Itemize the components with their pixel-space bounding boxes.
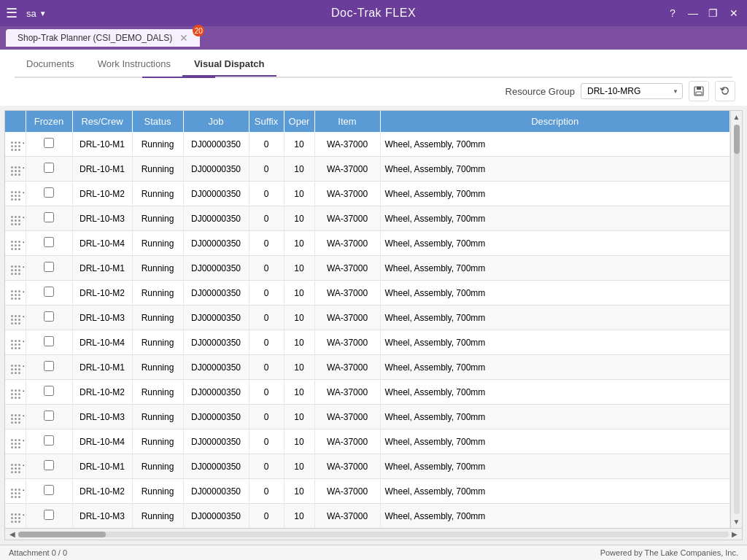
table-row[interactable]: DRL-10-M2RunningDJ00000350010WA-37000Whe… xyxy=(5,281,730,306)
table-row[interactable]: DRL-10-M4RunningDJ00000350010WA-37000Whe… xyxy=(5,330,730,355)
frozen-cell[interactable] xyxy=(26,479,72,504)
frozen-checkbox[interactable] xyxy=(44,311,54,322)
drag-handle-cell[interactable] xyxy=(5,281,26,306)
frozen-cell[interactable] xyxy=(26,231,72,256)
scroll-up-arrow[interactable]: ▲ xyxy=(733,111,740,123)
frozen-checkbox[interactable] xyxy=(44,262,54,272)
scroll-down-arrow[interactable]: ▼ xyxy=(733,516,740,528)
tab-work-instructions[interactable]: Work Instructions xyxy=(86,52,182,77)
description-cell: Wheel, Assembly, 700mm xyxy=(380,454,730,479)
frozen-cell[interactable] xyxy=(26,206,72,231)
frozen-checkbox[interactable] xyxy=(44,212,54,222)
maximize-button[interactable]: ❐ xyxy=(706,7,721,19)
frozen-cell[interactable] xyxy=(26,454,72,479)
table-row[interactable]: DRL-10-M4RunningDJ00000350010WA-37000Whe… xyxy=(5,231,730,256)
job-cell: DJ00000350 xyxy=(183,281,249,306)
scroll-right-arrow[interactable]: ▶ xyxy=(729,530,740,538)
minimize-button[interactable]: — xyxy=(686,7,700,19)
frozen-cell[interactable] xyxy=(26,182,72,206)
drag-handle-cell[interactable] xyxy=(5,405,26,429)
resource-group-label: Resource Group xyxy=(506,86,575,97)
tab-visual-dispatch[interactable]: Visual Dispatch xyxy=(182,52,276,77)
tab-documents[interactable]: Documents xyxy=(15,52,86,77)
frozen-checkbox[interactable] xyxy=(44,187,54,198)
frozen-checkbox[interactable] xyxy=(44,138,54,148)
frozen-checkbox[interactable] xyxy=(44,287,54,297)
drag-handle-cell[interactable] xyxy=(5,206,26,231)
frozen-cell[interactable] xyxy=(26,405,72,429)
drag-handle-cell[interactable] xyxy=(5,132,26,157)
rescrew-cell: DRL-10-M2 xyxy=(72,182,132,206)
drag-handle-icon xyxy=(9,388,22,400)
status-cell: Running xyxy=(132,504,183,529)
frozen-checkbox[interactable] xyxy=(44,435,54,446)
frozen-checkbox[interactable] xyxy=(44,386,54,396)
table-scroll[interactable]: Frozen Res/Crew Status Job Suffix Oper I… xyxy=(5,111,730,528)
table-row[interactable]: DRL-10-M2RunningDJ00000350010WA-37000Whe… xyxy=(5,479,730,504)
drag-handle-icon xyxy=(9,165,22,177)
drag-handle-cell[interactable] xyxy=(5,231,26,256)
drag-handle-cell[interactable] xyxy=(5,330,26,355)
tab-close-icon[interactable]: ✕ xyxy=(179,32,188,44)
table-row[interactable]: DRL-10-M1RunningDJ00000350010WA-37000Whe… xyxy=(5,355,730,380)
drag-handle-cell[interactable] xyxy=(5,157,26,182)
table-row[interactable]: DRL-10-M3RunningDJ00000350010WA-37000Whe… xyxy=(5,206,730,231)
frozen-cell[interactable] xyxy=(26,281,72,306)
table-row[interactable]: DRL-10-M3RunningDJ00000350010WA-37000Whe… xyxy=(5,306,730,330)
drag-handle-cell[interactable] xyxy=(5,182,26,206)
help-button[interactable]: ? xyxy=(665,7,680,19)
drag-handle-cell[interactable] xyxy=(5,256,26,281)
drag-handle-cell[interactable] xyxy=(5,454,26,479)
table-row[interactable]: DRL-10-M2RunningDJ00000350010WA-37000Whe… xyxy=(5,182,730,206)
frozen-cell[interactable] xyxy=(26,132,72,157)
frozen-cell[interactable] xyxy=(26,157,72,182)
title-bar: ☰ sa ▼ Doc-Trak FLEX ? — ❐ ✕ xyxy=(0,0,747,26)
frozen-cell[interactable] xyxy=(26,504,72,529)
drag-handle-cell[interactable] xyxy=(5,355,26,380)
frozen-cell[interactable] xyxy=(26,256,72,281)
frozen-checkbox[interactable] xyxy=(44,460,54,470)
save-button[interactable] xyxy=(689,81,709,101)
drag-handle-cell[interactable] xyxy=(5,306,26,330)
table-row[interactable]: DRL-10-M1RunningDJ00000350010WA-37000Whe… xyxy=(5,157,730,182)
frozen-cell[interactable] xyxy=(26,306,72,330)
table-row[interactable]: DRL-10-M2RunningDJ00000350010WA-37000Whe… xyxy=(5,380,730,405)
frozen-cell[interactable] xyxy=(26,330,72,355)
h-scroll-track[interactable] xyxy=(18,532,729,537)
drag-handle-cell[interactable] xyxy=(5,479,26,504)
table-row[interactable]: DRL-10-M1RunningDJ00000350010WA-37000Whe… xyxy=(5,256,730,281)
user-menu[interactable]: sa ▼ xyxy=(26,8,47,19)
oper-cell: 10 xyxy=(284,405,314,429)
frozen-checkbox[interactable] xyxy=(44,336,54,346)
frozen-checkbox[interactable] xyxy=(44,485,54,495)
menu-icon[interactable]: ☰ xyxy=(6,5,18,21)
close-button[interactable]: ✕ xyxy=(727,7,741,19)
oper-cell: 10 xyxy=(284,231,314,256)
frozen-checkbox[interactable] xyxy=(44,510,54,520)
table-row[interactable]: DRL-10-M3RunningDJ00000350010WA-37000Whe… xyxy=(5,405,730,429)
scroll-left-arrow[interactable]: ◀ xyxy=(7,530,18,538)
vertical-scrollbar[interactable]: ▲ ▼ xyxy=(730,111,742,528)
planner-tab[interactable]: 20 Shop-Trak Planner (CSI_DEMO_DALS) ✕ xyxy=(6,29,200,47)
frozen-checkbox[interactable] xyxy=(44,361,54,371)
frozen-cell[interactable] xyxy=(26,429,72,454)
table-row[interactable]: DRL-10-M3RunningDJ00000350010WA-37000Whe… xyxy=(5,504,730,529)
undo-button[interactable] xyxy=(715,81,735,101)
resource-group-select[interactable]: DRL-10-MRG xyxy=(581,83,683,99)
scroll-track[interactable] xyxy=(734,125,740,514)
frozen-checkbox[interactable] xyxy=(44,411,54,421)
frozen-checkbox[interactable] xyxy=(44,163,54,173)
horizontal-scrollbar[interactable]: ◀ ▶ xyxy=(5,528,742,540)
frozen-cell[interactable] xyxy=(26,355,72,380)
frozen-checkbox[interactable] xyxy=(44,237,54,247)
table-row[interactable]: DRL-10-M1RunningDJ00000350010WA-37000Whe… xyxy=(5,132,730,157)
drag-handle-cell[interactable] xyxy=(5,429,26,454)
scroll-thumb[interactable] xyxy=(734,125,740,154)
table-row[interactable]: DRL-10-M1RunningDJ00000350010WA-37000Whe… xyxy=(5,454,730,479)
drag-handle-cell[interactable] xyxy=(5,380,26,405)
status-cell: Running xyxy=(132,405,183,429)
h-scroll-thumb[interactable] xyxy=(18,532,106,537)
drag-handle-cell[interactable] xyxy=(5,504,26,529)
table-row[interactable]: DRL-10-M4RunningDJ00000350010WA-37000Whe… xyxy=(5,429,730,454)
frozen-cell[interactable] xyxy=(26,380,72,405)
